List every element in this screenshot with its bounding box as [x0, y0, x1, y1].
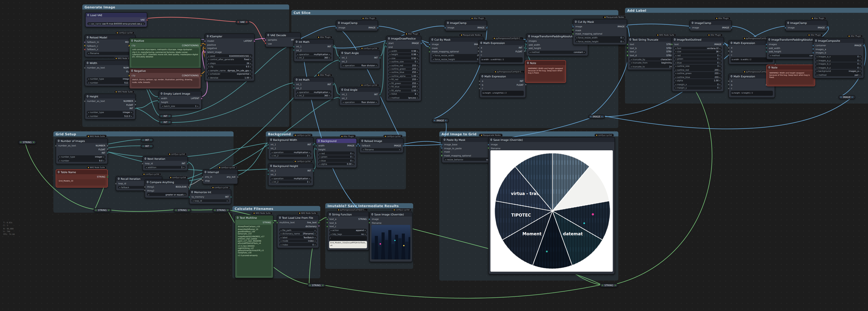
widget-force_resize_width[interactable]: ◂force_resize_width0▸ — [431, 54, 482, 57]
decrement-arrow-icon[interactable]: ◂ — [390, 64, 391, 66]
increment-arrow-icon[interactable]: ▸ — [417, 93, 418, 95]
reroute-vae[interactable]: VAE — [236, 20, 249, 24]
widget-int_2[interactable]: ◂int_23▸ — [270, 180, 312, 183]
increment-arrow-icon[interactable]: ▸ — [719, 79, 721, 82]
widget-blue[interactable]: ◂blue0▸ — [318, 159, 355, 162]
group-title-bar[interactable]: Calculate Filenames — [232, 206, 320, 211]
increment-arrow-icon[interactable]: ▸ — [103, 155, 104, 158]
widget-outline_red[interactable]: ◂outline_red255▸ — [388, 63, 420, 66]
input-port-INT[interactable] — [161, 115, 162, 117]
input-port-image_to_paste[interactable] — [441, 147, 443, 149]
node-imageclamp-2[interactable]: ImageClampimageIMAGEAllor Plugin — [445, 20, 487, 31]
collapse-dot-icon[interactable] — [205, 171, 207, 173]
node-compare-anything[interactable]: Compare Anythingthing1BOOLEANthing2◂grea… — [145, 179, 189, 198]
widget-operation[interactable]: ◂operationmultiplication▸ — [296, 53, 332, 56]
widget-tidy_tags[interactable]: ◂tidy_tagsno▸ — [329, 232, 367, 235]
widget-outline_alpha[interactable]: ◂outline_alpha1.00▸ — [388, 75, 420, 78]
collapse-dot-icon[interactable] — [444, 139, 445, 141]
input-port-int_2[interactable] — [339, 60, 341, 62]
decrement-arrow-icon[interactable]: ◂ — [208, 54, 209, 57]
decrement-arrow-icon[interactable]: ◂ — [675, 83, 676, 86]
output-port-STRING[interactable] — [108, 209, 110, 211]
widget-cfg[interactable]: ◂cfg9.5▸ — [207, 65, 253, 68]
increment-arrow-icon[interactable]: ▸ — [352, 163, 354, 165]
collapse-dot-icon[interactable] — [87, 95, 89, 97]
widget-method[interactable]: ◂methodlanczos▸ — [388, 96, 420, 99]
widget-alpha[interactable]: ◂alpha0.00▸ — [318, 162, 355, 166]
input-port-height[interactable] — [315, 148, 317, 150]
decrement-arrow-icon[interactable]: ◂ — [390, 82, 391, 85]
increment-arrow-icon[interactable]: ▸ — [417, 85, 418, 88]
node-title-bar[interactable]: Interrupt — [203, 170, 238, 174]
input-port-images[interactable] — [526, 40, 528, 42]
widget-outline_red[interactable]: ◂outline_red255▸ — [674, 68, 722, 71]
input-port-any_in[interactable] — [202, 176, 204, 178]
increment-arrow-icon[interactable]: ▸ — [719, 47, 721, 50]
node-title-bar[interactable]: ImageClamp — [690, 21, 731, 25]
input-port-text_b[interactable] — [627, 47, 629, 49]
increment-arrow-icon[interactable]: ▸ — [719, 50, 721, 53]
input-port-samples[interactable] — [265, 39, 267, 41]
decrement-arrow-icon[interactable]: ◂ — [297, 90, 298, 93]
widget-batch_size[interactable]: ◂batch_size1▸ — [160, 104, 200, 108]
collapse-dot-icon[interactable] — [480, 42, 482, 44]
widget-seed[interactable]: ◂seed934000004001561▸ — [207, 54, 253, 57]
increment-arrow-icon[interactable]: ▸ — [103, 159, 104, 162]
decrement-arrow-icon[interactable]: ◂ — [675, 61, 676, 64]
node-title-bar[interactable]: String Function — [328, 212, 369, 217]
widget-outline_blue[interactable]: ◂outline_blue255▸ — [388, 71, 420, 74]
input-port-text[interactable] — [627, 44, 629, 45]
input-port-image[interactable] — [488, 144, 490, 145]
input-port-number_as_text[interactable] — [84, 67, 86, 69]
widget-number[interactable]: ◂number9.0▸ — [58, 159, 106, 162]
increment-arrow-icon[interactable]: ▸ — [719, 68, 721, 71]
node-title-bar[interactable]: Save Image (Override) — [489, 138, 614, 142]
node-width[interactable]: Widthnumber_as_textNUMBERFLOATINT◂number… — [85, 60, 136, 86]
decrement-arrow-icon[interactable]: ◂ — [675, 79, 676, 82]
widget-method[interactable]: ◂methodpair▸ — [815, 73, 862, 76]
widget-number_type[interactable]: ◂number_typeinteger▸ — [87, 77, 134, 80]
collapse-dot-icon[interactable] — [815, 40, 817, 41]
collapse-dot-icon[interactable] — [147, 181, 149, 183]
node-start-angle[interactable]: Start Angleint_1INTint_2◂operationfloor … — [339, 50, 380, 69]
reroute-str-a[interactable]: STRING — [18, 140, 36, 144]
input-port-a[interactable] — [728, 80, 730, 82]
decrement-arrow-icon[interactable]: ◂ — [272, 151, 273, 153]
decrement-arrow-icon[interactable]: ◂ — [390, 60, 391, 63]
widget-int_2[interactable]: ◂int_23▸ — [270, 154, 312, 157]
decrement-arrow-icon[interactable]: ◂ — [445, 158, 446, 161]
widget-scheduler[interactable]: ◂schedulerexponential▸ — [207, 72, 253, 75]
widget-images_b_y[interactable]: ◂images_b_y0▸ — [815, 66, 862, 69]
decrement-arrow-icon[interactable]: ◂ — [280, 239, 282, 242]
increment-arrow-icon[interactable]: ▸ — [131, 114, 132, 117]
node-interrupt[interactable]: Interruptany_inany_outstopcomfyui-cyclis… — [203, 169, 238, 184]
widget-truncate_by[interactable]: ◂truncate_bycharacters▸ — [629, 58, 675, 61]
increment-arrow-icon[interactable]: ▸ — [860, 59, 861, 62]
group-title-bar[interactable]: Cut Slice — [291, 10, 618, 15]
input-port-fallback_v[interactable] — [84, 49, 86, 51]
node-cut-by-mask-2[interactable]: Cut By MaskimageIMAGEmaskmask_mapping_op… — [573, 19, 627, 45]
collapse-dot-icon[interactable] — [575, 21, 577, 23]
node-title-bar[interactable]: ImageTextOutlined — [672, 37, 723, 42]
widget-file_path[interactable]: ◂file_path▸ — [279, 228, 317, 232]
decrement-arrow-icon[interactable]: ◂ — [88, 111, 89, 114]
increment-arrow-icon[interactable]: ▸ — [250, 62, 251, 64]
decrement-arrow-icon[interactable]: ◂ — [297, 94, 298, 97]
node-title-bar[interactable]: Height — [85, 94, 135, 98]
node-title-bar[interactable]: Text Load Line From File — [277, 216, 319, 220]
increment-arrow-icon[interactable]: ▸ — [860, 69, 861, 73]
decrement-arrow-icon[interactable]: ◂ — [390, 71, 391, 74]
decrement-arrow-icon[interactable]: ◂ — [576, 40, 577, 43]
input-port-text_a[interactable] — [327, 218, 329, 220]
collapse-dot-icon[interactable] — [338, 22, 340, 24]
reroute-int-c[interactable]: INT — [141, 138, 153, 142]
node-number-of-images[interactable]: Number of Imagesnumber_as_textNUMBERFLOA… — [56, 138, 108, 164]
decrement-arrow-icon[interactable]: ◂ — [59, 155, 60, 158]
group-title-bar[interactable]: Add Label — [625, 8, 868, 13]
input-port-int_2[interactable] — [268, 173, 270, 175]
increment-arrow-icon[interactable]: ▸ — [719, 61, 721, 64]
decrement-arrow-icon[interactable]: ◂ — [88, 77, 89, 80]
input-port-clip[interactable] — [129, 45, 130, 47]
node-title-bar[interactable]: Background Height — [269, 164, 313, 168]
decrement-arrow-icon[interactable]: ◂ — [208, 65, 209, 68]
